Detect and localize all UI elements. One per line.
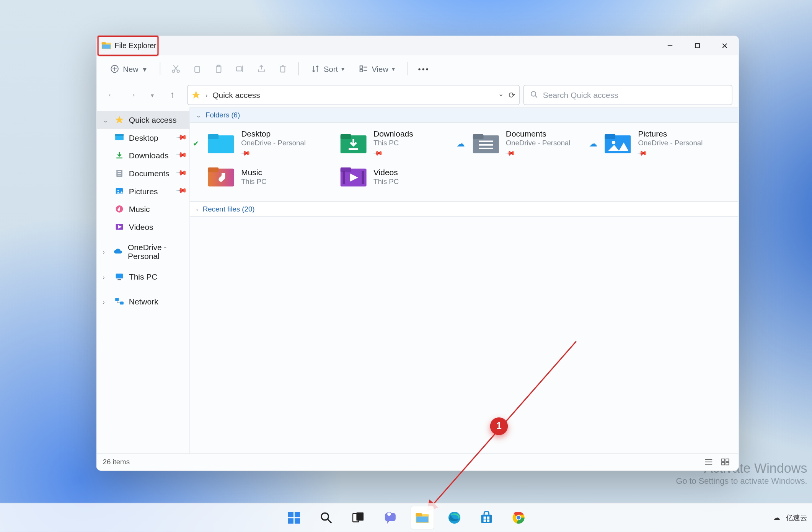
sidebar-item-videos[interactable]: Videos	[97, 218, 189, 236]
share-button[interactable]	[252, 59, 271, 78]
folder-sub: OneDrive - Personal	[241, 139, 306, 147]
pin-icon: 📌	[637, 148, 648, 159]
svg-rect-2	[102, 44, 111, 49]
separator	[407, 62, 408, 75]
titlebar[interactable]: File Explorer	[97, 36, 738, 55]
back-button[interactable]: ←	[103, 86, 121, 104]
chevron-right-icon: ›	[103, 273, 110, 280]
music-icon	[115, 204, 124, 214]
sidebar-item-documents[interactable]: Documents 📌	[97, 164, 189, 182]
edge-button[interactable]	[442, 506, 466, 530]
star-icon	[115, 115, 124, 125]
folder-icon	[340, 166, 366, 188]
annotation-badge-text: 1	[496, 421, 502, 432]
address-chevron-icon[interactable]: ⌄	[498, 90, 504, 100]
sidebar-item-downloads[interactable]: Downloads 📌	[97, 146, 189, 164]
chat-button[interactable]	[378, 506, 402, 530]
chevron-down-icon: ▾	[341, 66, 344, 72]
maximize-button[interactable]	[684, 36, 711, 55]
paste-icon	[214, 64, 223, 74]
svg-point-78	[321, 513, 328, 520]
folder-item-desktop[interactable]: ✔ Desktop OneDrive - Personal 📌	[204, 130, 332, 157]
folder-item-downloads[interactable]: Downloads This PC 📌	[337, 130, 464, 157]
sort-button[interactable]: Sort ▾	[305, 59, 350, 78]
svg-rect-77	[294, 518, 300, 524]
more-button[interactable]: •••	[413, 59, 434, 78]
delete-button[interactable]	[273, 59, 292, 78]
chevron-right-icon: ›	[103, 298, 110, 305]
sidebar-item-label: OneDrive - Personal	[128, 243, 189, 261]
main-body: ⌄ Quick access Desktop 📌 Downloads 📌	[97, 107, 738, 454]
folder-item-videos[interactable]: Videos This PC	[337, 163, 464, 190]
file-explorer-taskbar-button[interactable]	[410, 506, 434, 530]
store-button[interactable]	[474, 506, 498, 530]
sidebar-item-quick-access[interactable]: ⌄ Quick access	[97, 111, 189, 129]
task-view-button[interactable]	[346, 506, 370, 530]
watermark-line2: Go to Settings to activate Windows.	[676, 476, 807, 486]
tray-brand-icon: ☁	[773, 514, 780, 522]
svg-rect-75	[294, 512, 300, 517]
pin-icon: 📌	[372, 148, 383, 159]
folder-item-documents[interactable]: ☁ Documents OneDrive - Personal 📌	[469, 130, 597, 157]
large-icons-view-button[interactable]	[718, 456, 732, 469]
view-label: View	[372, 64, 388, 73]
breadcrumb-chevron-icon: ›	[205, 91, 208, 99]
svg-point-38	[117, 190, 119, 191]
svg-rect-86	[416, 517, 428, 523]
sidebar-item-this-pc[interactable]: › This PC	[97, 268, 189, 286]
sidebar-item-desktop[interactable]: Desktop 📌	[97, 129, 189, 147]
refresh-button[interactable]: ⟳	[509, 90, 516, 100]
address-location: Quick access	[212, 91, 260, 99]
cut-button[interactable]	[166, 59, 186, 78]
chrome-button[interactable]	[506, 506, 530, 530]
folder-item-music[interactable]: Music This PC	[204, 163, 332, 190]
folder-name: Downloads	[373, 129, 413, 139]
start-button[interactable]	[282, 506, 306, 530]
folders-group-header[interactable]: ⌄ Folders (6)	[190, 107, 739, 123]
svg-rect-85	[416, 513, 422, 516]
view-button[interactable]: View ▾	[353, 59, 401, 78]
up-button[interactable]: ↑	[163, 86, 181, 104]
paste-button[interactable]	[209, 59, 228, 78]
svg-point-27	[531, 91, 536, 96]
window-title: File Explorer	[115, 42, 157, 50]
view-icon	[359, 64, 368, 74]
svg-marker-29	[115, 116, 124, 124]
search-button[interactable]	[314, 506, 338, 530]
sort-icon	[311, 64, 320, 74]
sidebar-item-music[interactable]: Music	[97, 200, 189, 218]
folder-item-pictures[interactable]: ☁ Pictures OneDrive - Personal 📌	[601, 130, 729, 157]
copy-button[interactable]	[188, 59, 207, 78]
cloud-icon	[114, 247, 123, 257]
sidebar-item-network[interactable]: › Network	[97, 293, 189, 311]
minimize-button[interactable]	[656, 36, 683, 55]
history-button[interactable]: ▾	[143, 86, 161, 104]
recent-group-header[interactable]: › Recent files (20)	[190, 201, 739, 216]
new-icon	[110, 64, 119, 74]
folder-icon	[208, 166, 234, 188]
pin-icon: 📌	[175, 149, 188, 161]
svg-rect-1	[101, 42, 106, 44]
folder-name: Desktop	[241, 129, 306, 139]
search-box[interactable]: Search Quick access	[523, 85, 732, 105]
address-bar[interactable]: › Quick access ⌄ ⟳	[187, 85, 520, 105]
pc-icon	[115, 272, 124, 281]
close-button[interactable]	[711, 36, 738, 55]
system-tray[interactable]: ☁ 亿速云	[773, 503, 807, 532]
details-view-button[interactable]	[701, 456, 716, 469]
download-icon	[115, 151, 124, 160]
new-button[interactable]: New ▾	[104, 59, 154, 78]
svg-point-58	[612, 141, 615, 144]
forward-button[interactable]: →	[123, 86, 141, 104]
sidebar-item-onedrive[interactable]: › OneDrive - Personal	[97, 243, 189, 261]
chevron-down-icon: ▾	[392, 66, 395, 72]
svg-point-95	[516, 516, 520, 520]
folder-sub: OneDrive - Personal	[638, 139, 703, 147]
svg-rect-69	[722, 459, 725, 461]
rename-button[interactable]	[230, 59, 249, 78]
copy-icon	[192, 64, 202, 74]
file-explorer-icon	[101, 41, 111, 50]
folder-name: Videos	[373, 168, 399, 177]
cloud-status-icon: ☁	[456, 139, 465, 148]
sidebar-item-pictures[interactable]: Pictures 📌	[97, 182, 189, 200]
